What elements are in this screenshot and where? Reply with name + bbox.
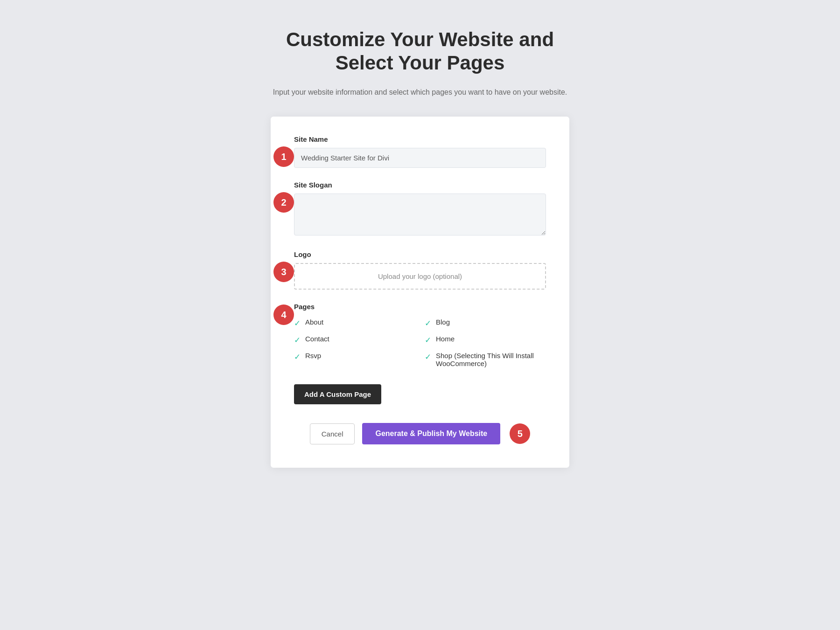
page-label-blog: Blog: [436, 318, 450, 326]
checkmark-icon-contact: ✓: [294, 335, 301, 345]
pages-grid: ✓ About ✓ Blog ✓ Contact ✓ Home: [294, 318, 546, 367]
site-slogan-label: Site Slogan: [294, 181, 546, 189]
logo-section: 3 Logo Upload your logo (optional): [294, 250, 546, 290]
pages-section: 4 Pages ✓ About ✓ Blog ✓ Contact: [294, 303, 546, 367]
step-badge-4: 4: [273, 305, 294, 325]
page-label-contact: Contact: [305, 335, 329, 343]
pages-label: Pages: [294, 303, 546, 311]
step-badge-1: 1: [273, 146, 294, 167]
page-item-contact[interactable]: ✓ Contact: [294, 335, 415, 345]
page-item-shop[interactable]: ✓ Shop (Selecting This Will Install WooC…: [425, 352, 546, 367]
site-name-section: 1 Site Name: [294, 135, 546, 168]
page-item-home[interactable]: ✓ Home: [425, 335, 546, 345]
step-badge-5: 5: [510, 423, 530, 444]
logo-upload-text: Upload your logo (optional): [378, 272, 462, 280]
step-badge-2: 2: [273, 192, 294, 213]
logo-label: Logo: [294, 250, 546, 258]
page-label-shop: Shop (Selecting This Will Install WooCom…: [436, 352, 546, 367]
checkmark-icon-rsvp: ✓: [294, 352, 301, 362]
checkmark-icon-blog: ✓: [425, 318, 431, 328]
page-subtitle: Input your website information and selec…: [257, 86, 583, 98]
cancel-button[interactable]: Cancel: [310, 423, 355, 444]
page-label-rsvp: Rsvp: [305, 352, 321, 360]
checkmark-icon-shop: ✓: [425, 352, 431, 362]
form-card: 1 Site Name 2 Site Slogan 3 Logo Upload …: [271, 117, 569, 468]
add-custom-page-wrapper: Add A Custom Page: [294, 381, 546, 409]
step-badge-3: 3: [273, 262, 294, 282]
page-header: Customize Your Website and Select Your P…: [257, 28, 583, 98]
generate-publish-button[interactable]: Generate & Publish My Website: [362, 423, 500, 444]
checkmark-icon-about: ✓: [294, 318, 301, 328]
logo-upload-area[interactable]: Upload your logo (optional): [294, 263, 546, 290]
site-name-input[interactable]: [294, 148, 546, 168]
page-title: Customize Your Website and Select Your P…: [257, 28, 583, 75]
page-label-home: Home: [436, 335, 455, 343]
page-item-about[interactable]: ✓ About: [294, 318, 415, 328]
site-slogan-section: 2 Site Slogan: [294, 181, 546, 237]
page-item-blog[interactable]: ✓ Blog: [425, 318, 546, 328]
page-item-rsvp[interactable]: ✓ Rsvp: [294, 352, 415, 367]
form-outer-wrapper: 1 Site Name 2 Site Slogan 3 Logo Upload …: [271, 117, 569, 468]
footer-buttons: Cancel Generate & Publish My Website 5: [294, 423, 546, 444]
page-label-about: About: [305, 318, 323, 326]
add-custom-page-button[interactable]: Add A Custom Page: [294, 384, 381, 404]
checkmark-icon-home: ✓: [425, 335, 431, 345]
site-name-label: Site Name: [294, 135, 546, 143]
site-slogan-input[interactable]: [294, 194, 546, 235]
